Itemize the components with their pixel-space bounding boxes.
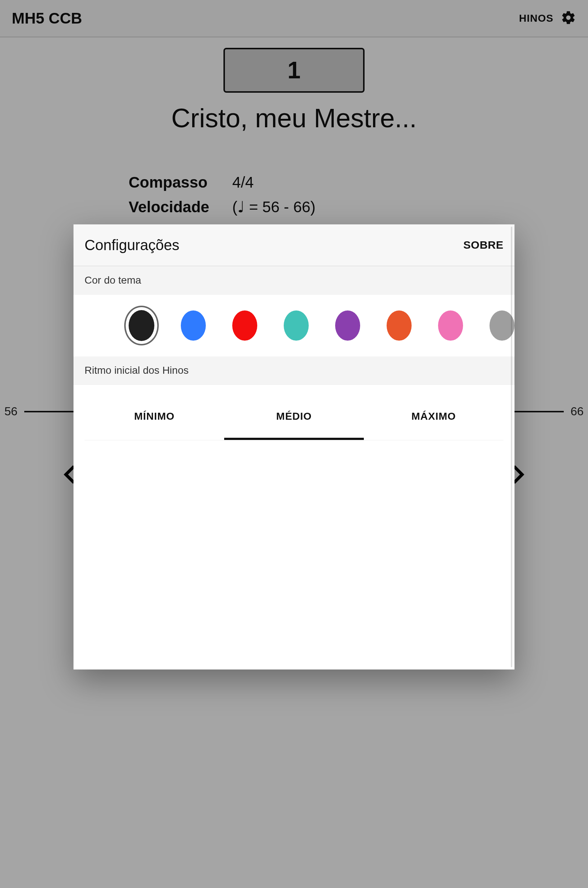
settings-dialog: Configurações SOBRE Cor do tema Ritmo in… (74, 224, 514, 670)
dialog-title: Configurações (84, 237, 179, 253)
tab-minimo[interactable]: MÍNIMO (84, 395, 224, 440)
color-swatch-blue[interactable] (181, 310, 206, 341)
color-swatch-red[interactable] (232, 310, 257, 341)
tab-medio[interactable]: MÉDIO (224, 395, 364, 440)
color-swatches (74, 295, 514, 357)
about-button[interactable]: SOBRE (464, 239, 504, 251)
color-swatch-purple[interactable] (335, 310, 360, 341)
dialog-scrollbar[interactable] (511, 227, 512, 667)
color-swatch-orange[interactable] (387, 310, 412, 341)
color-swatch-pink[interactable] (438, 310, 463, 341)
tab-maximo[interactable]: MÁXIMO (364, 395, 504, 440)
color-swatch-black[interactable] (129, 310, 154, 341)
color-swatch-teal[interactable] (284, 310, 309, 341)
section-rhythm-label: Ritmo inicial dos Hinos (74, 357, 514, 385)
section-color-label: Cor do tema (74, 266, 514, 295)
